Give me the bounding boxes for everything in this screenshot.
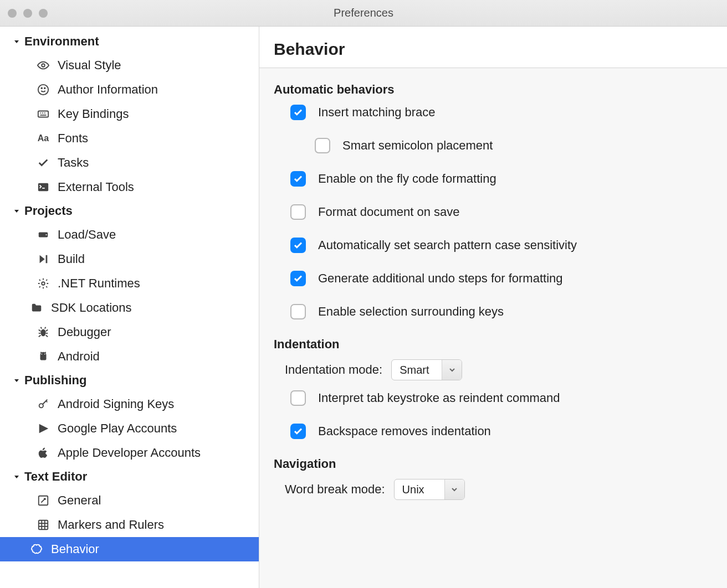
minimize-window-button[interactable] bbox=[23, 9, 32, 18]
play-build-icon bbox=[37, 252, 50, 266]
svg-rect-14 bbox=[39, 520, 48, 530]
edit-icon bbox=[37, 494, 50, 507]
content-header: Behavior bbox=[259, 27, 727, 68]
option-smart-semicolon[interactable]: Smart semicolon placement bbox=[315, 138, 713, 153]
svg-rect-4 bbox=[38, 111, 48, 117]
checkbox[interactable] bbox=[315, 138, 330, 153]
sidebar-item-apple-developer-accounts[interactable]: Apple Developer Accounts bbox=[0, 441, 259, 465]
svg-point-9 bbox=[40, 329, 45, 337]
window-title: Preferences bbox=[0, 7, 727, 19]
section-title: Projects bbox=[24, 204, 73, 218]
checkbox[interactable] bbox=[290, 204, 306, 220]
checkbox[interactable] bbox=[290, 304, 306, 319]
checkbox[interactable] bbox=[290, 271, 306, 286]
page-title: Behavior bbox=[274, 40, 713, 59]
close-window-button[interactable] bbox=[8, 9, 17, 18]
option-label: Format document on save bbox=[318, 205, 460, 219]
sidebar-item-label: Android bbox=[58, 349, 100, 364]
play-icon bbox=[37, 422, 50, 435]
drive-icon bbox=[37, 228, 50, 241]
zoom-window-button[interactable] bbox=[39, 9, 48, 18]
svg-point-8 bbox=[42, 282, 45, 285]
sidebar-item-general[interactable]: General bbox=[0, 488, 259, 513]
sidebar-item-debugger[interactable]: Debugger bbox=[0, 320, 259, 344]
option-label: Interpret tab keystroke as reindent comm… bbox=[318, 391, 560, 405]
sidebar-item-tasks[interactable]: Tasks bbox=[0, 151, 259, 175]
section-header-projects[interactable]: Projects bbox=[0, 199, 259, 223]
disclosure-triangle-icon bbox=[12, 38, 21, 45]
apple-icon bbox=[37, 446, 50, 460]
sidebar-item--net-runtimes[interactable]: .NET Runtimes bbox=[0, 271, 259, 296]
sidebar-item-label: Visual Style bbox=[58, 58, 121, 73]
content-body: Automatic behaviors Insert matching brac… bbox=[259, 68, 727, 588]
smile-icon bbox=[37, 83, 50, 96]
titlebar: Preferences bbox=[0, 0, 727, 27]
option-surrounding-keys[interactable]: Enable selection surrounding keys bbox=[290, 304, 713, 319]
chevron-down-icon bbox=[442, 360, 462, 380]
option-insert-matching-brace[interactable]: Insert matching brace bbox=[290, 105, 713, 120]
option-label: Enable selection surrounding keys bbox=[318, 305, 504, 319]
svg-point-12 bbox=[39, 404, 43, 408]
sidebar-item-fonts[interactable]: AaFonts bbox=[0, 126, 259, 151]
sidebar-item-android[interactable]: Android bbox=[0, 344, 259, 369]
option-label: Insert matching brace bbox=[318, 105, 436, 120]
disclosure-triangle-icon bbox=[12, 473, 21, 480]
option-undo-steps[interactable]: Generate additional undo steps for forma… bbox=[290, 271, 713, 286]
sidebar-item-load-save[interactable]: Load/Save bbox=[0, 223, 259, 247]
checkbox[interactable] bbox=[290, 424, 306, 439]
window-controls bbox=[8, 9, 48, 18]
sidebar-item-markers-and-rulers[interactable]: Markers and Rulers bbox=[0, 513, 259, 537]
option-backspace-indent[interactable]: Backspace removes indentation bbox=[290, 424, 713, 439]
sidebar-item-author-information[interactable]: Author Information bbox=[0, 78, 259, 102]
word-break-row: Word break mode: Unix bbox=[285, 479, 713, 500]
sidebar-item-label: Google Play Accounts bbox=[58, 421, 177, 436]
eye-icon bbox=[37, 59, 50, 72]
sidebar-item-label: Fonts bbox=[58, 131, 88, 146]
sidebar-item-external-tools[interactable]: External Tools bbox=[0, 175, 259, 199]
section-header-text-editor[interactable]: Text Editor bbox=[0, 465, 259, 488]
indentation-mode-select[interactable]: Smart bbox=[391, 359, 462, 380]
sidebar-item-sdk-locations[interactable]: SDK Locations bbox=[0, 296, 259, 320]
sidebar-item-label: SDK Locations bbox=[51, 301, 132, 315]
svg-point-7 bbox=[45, 234, 47, 235]
option-tab-reindent[interactable]: Interpret tab keystroke as reindent comm… bbox=[290, 390, 713, 406]
sidebar-item-label: Markers and Rulers bbox=[58, 518, 164, 532]
indentation-mode-label: Indentation mode: bbox=[285, 363, 382, 377]
sidebar-item-label: Tasks bbox=[58, 156, 89, 170]
group-indentation-title: Indentation bbox=[274, 337, 713, 352]
checkbox[interactable] bbox=[290, 390, 306, 406]
option-label: Backspace removes indentation bbox=[318, 424, 491, 439]
sidebar-item-visual-style[interactable]: Visual Style bbox=[0, 53, 259, 78]
group-navigation-title: Navigation bbox=[274, 457, 713, 471]
checkbox[interactable] bbox=[290, 105, 306, 120]
key-icon bbox=[37, 398, 50, 411]
sidebar-item-label: Debugger bbox=[58, 325, 111, 339]
select-value: Smart bbox=[392, 360, 442, 380]
option-label: Smart semicolon placement bbox=[342, 138, 493, 153]
sidebar-item-google-play-accounts[interactable]: Google Play Accounts bbox=[0, 416, 259, 441]
sidebar-item-android-signing-keys[interactable]: Android Signing Keys bbox=[0, 392, 259, 416]
section-title: Environment bbox=[24, 34, 99, 49]
svg-point-3 bbox=[44, 87, 45, 89]
keyboard-icon bbox=[37, 107, 50, 121]
checkbox[interactable] bbox=[290, 238, 306, 253]
sidebar-item-behavior[interactable]: Behavior bbox=[0, 537, 259, 561]
section-header-environment[interactable]: Environment bbox=[0, 30, 259, 53]
select-value: Unix bbox=[395, 479, 444, 499]
checkbox[interactable] bbox=[290, 171, 306, 187]
option-format-on-save[interactable]: Format document on save bbox=[290, 204, 713, 220]
sidebar-item-build[interactable]: Build bbox=[0, 247, 259, 271]
option-label: Automatically set search pattern case se… bbox=[318, 238, 577, 252]
option-label: Enable on the fly code formatting bbox=[318, 172, 496, 186]
section-header-publishing[interactable]: Publishing bbox=[0, 369, 259, 392]
check-icon bbox=[37, 156, 50, 169]
option-fly-formatting[interactable]: Enable on the fly code formatting bbox=[290, 171, 713, 187]
option-case-sensitivity[interactable]: Automatically set search pattern case se… bbox=[290, 238, 713, 253]
sidebar-item-label: Behavior bbox=[51, 542, 99, 556]
sidebar-item-label: General bbox=[58, 493, 101, 508]
sidebar-item-label: .NET Runtimes bbox=[58, 276, 140, 291]
option-label: Generate additional undo steps for forma… bbox=[318, 271, 563, 286]
content-panel: Behavior Automatic behaviors Insert matc… bbox=[259, 27, 727, 588]
word-break-select[interactable]: Unix bbox=[394, 479, 465, 500]
sidebar-item-key-bindings[interactable]: Key Bindings bbox=[0, 102, 259, 126]
